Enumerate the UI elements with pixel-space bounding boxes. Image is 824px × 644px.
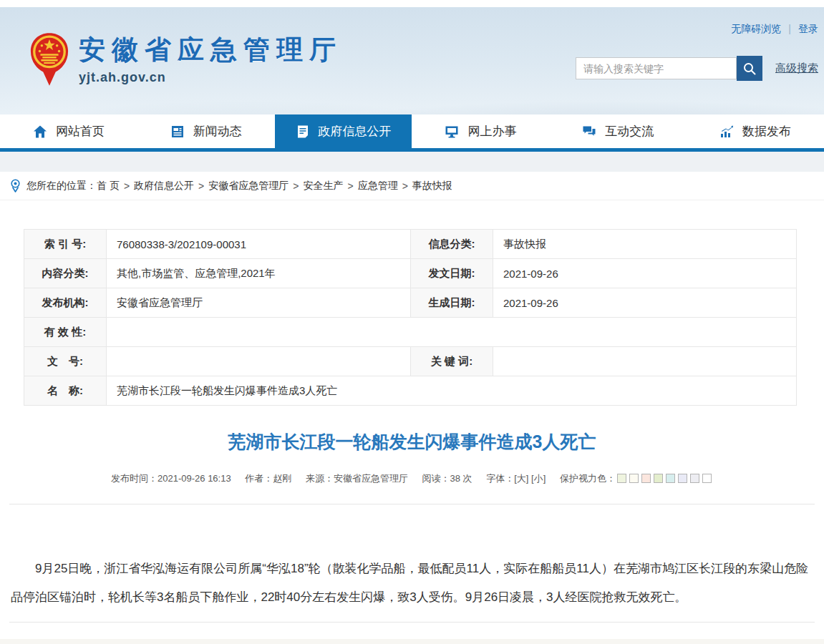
breadcrumb-item-home[interactable]: 首 页 (97, 180, 120, 192)
nav-item-online-services[interactable]: 网上办事 (412, 114, 549, 148)
breadcrumb-separator: > (402, 180, 408, 192)
advanced-search-link[interactable]: 高级搜索 (775, 62, 818, 75)
nav-item-interaction[interactable]: 互动交流 (549, 114, 687, 148)
author: 作者：赵刚 (245, 473, 291, 484)
accessibility-link[interactable]: 无障碍浏览 (731, 23, 781, 34)
eye-color-swatch[interactable] (678, 474, 687, 483)
nav-label: 互动交流 (605, 123, 654, 140)
info-label-issue-date: 发文日期: (411, 259, 493, 288)
search-input[interactable] (576, 57, 737, 79)
news-icon (170, 125, 185, 139)
eye-color-swatch[interactable] (617, 474, 626, 483)
table-row: 文 号: 关 键 词: (24, 347, 797, 376)
publish-time: 发布时间：2021-09-26 16:13 (111, 473, 231, 484)
info-value-content-category: 其他,市场监管、应急管理,2021年 (107, 259, 411, 288)
table-row: 内容分类: 其他,市场监管、应急管理,2021年 发文日期: 2021-09-2… (24, 259, 797, 288)
footer-strip (0, 639, 824, 644)
nav-item-home[interactable]: 网站首页 (0, 114, 137, 148)
breadcrumb-item-safety[interactable]: 安全生产 (303, 180, 343, 192)
site-url: yjt.ah.gov.cn (79, 70, 342, 85)
info-label-doc-number: 文 号: (24, 347, 107, 376)
info-value-doc-number (107, 347, 411, 376)
document-icon (296, 125, 310, 139)
top-links: 无障碍浏览|登录 (731, 23, 818, 36)
nav-item-data[interactable]: 数据发布 (687, 114, 824, 148)
info-label-info-category: 信息分类: (411, 230, 493, 259)
eye-color-swatch[interactable] (702, 474, 712, 483)
sub-nav-band (0, 152, 824, 172)
breadcrumb-item-accident-report[interactable]: 事故快报 (412, 180, 452, 192)
breadcrumb-separator: > (293, 180, 299, 192)
divider (9, 504, 815, 504)
site-title: 安徽省应急管理厅 (79, 35, 342, 65)
article-title: 芜湖市长江段一轮船发生闪爆事件造成3人死亡 (0, 430, 824, 454)
site-header: 无障碍浏览|登录 安徽省应急管理厅 yjt.ah.gov.cn (0, 7, 824, 114)
view-count: 阅读：38 次 (422, 473, 472, 484)
national-emblem-icon (29, 32, 70, 87)
search-button[interactable] (737, 56, 762, 81)
login-link[interactable]: 登录 (798, 23, 818, 34)
breadcrumb-separator: > (347, 180, 353, 192)
info-value-validity (107, 318, 797, 347)
info-value-index-number: 76080338-3/202109-00031 (107, 230, 411, 259)
top-white-strip (0, 0, 824, 7)
table-row: 发布机构: 安徽省应急管理厅 生成日期: 2021-09-26 (24, 288, 797, 318)
eye-protect-colors: 保护视力色： (560, 473, 713, 484)
nav-item-news[interactable]: 新闻动态 (137, 114, 275, 148)
table-row: 有 效 性: (24, 318, 797, 347)
table-row: 索 引 号: 76080338-3/202109-00031 信息分类: 事故快… (24, 230, 797, 259)
eye-color-swatch[interactable] (629, 474, 639, 483)
breadcrumb-prefix: 您所在的位置： (26, 180, 97, 192)
info-label-content-category: 内容分类: (24, 259, 107, 288)
nav-label: 网上办事 (467, 123, 516, 140)
breadcrumb-item-department[interactable]: 安徽省应急管理厅 (208, 180, 289, 192)
search-icon (742, 62, 757, 76)
breadcrumb-item-gov-info[interactable]: 政府信息公开 (134, 180, 194, 192)
font-small-button[interactable]: [小] (531, 473, 546, 484)
eye-color-swatch[interactable] (641, 474, 651, 483)
info-label-publisher: 发布机构: (24, 288, 107, 318)
font-size-controls: 字体：[大] [小] (486, 473, 546, 484)
search-box (576, 56, 762, 81)
divider (9, 622, 815, 623)
nav-label: 政府信息公开 (319, 123, 392, 140)
article-body: 9月25日晚，浙江省华泓海运有限公司所属“华泓18”轮（散装化学品船，最低配员1… (0, 555, 824, 612)
chat-icon (582, 125, 596, 139)
info-label-generate-date: 生成日期: (411, 288, 493, 318)
info-value-title: 芜湖市长江段一轮船发生闪爆事件造成3人死亡 (107, 376, 797, 406)
breadcrumb-separator: > (124, 180, 130, 192)
toplink-separator: | (788, 23, 791, 34)
font-large-button[interactable]: [大] (514, 473, 528, 484)
info-value-info-category: 事故快报 (493, 230, 797, 259)
nav-label: 数据发布 (742, 123, 791, 140)
nav-item-gov-info[interactable]: 政府信息公开 (275, 114, 412, 148)
eye-color-swatch[interactable] (654, 474, 663, 483)
info-label-title: 名 称: (24, 376, 107, 406)
breadcrumb-separator: > (198, 180, 204, 192)
breadcrumb: 您所在的位置： 首 页 > 政府信息公开 > 安徽省应急管理厅 > 安全生产 >… (0, 172, 824, 200)
breadcrumb-item-emergency[interactable]: 应急管理 (358, 180, 398, 192)
article-meta: 发布时间：2021-09-26 16:13 作者：赵刚 来源：安徽省应急管理厅 … (0, 472, 824, 485)
monitor-icon (445, 125, 459, 139)
info-value-publisher: 安徽省应急管理厅 (107, 288, 411, 318)
info-value-issue-date: 2021-09-26 (493, 259, 797, 288)
info-label-validity: 有 效 性: (24, 318, 107, 347)
info-label-index-number: 索 引 号: (24, 230, 107, 259)
info-value-generate-date: 2021-09-26 (493, 288, 797, 318)
nav-label: 网站首页 (56, 123, 105, 140)
source: 来源：安徽省应急管理厅 (306, 473, 408, 484)
info-value-keywords (493, 347, 797, 376)
eye-color-swatch[interactable] (666, 474, 675, 483)
search-area: 高级搜索 (576, 56, 818, 81)
main-nav: 网站首页 新闻动态 政府信息公开 网上办事 互动交流 数据发布 (0, 114, 824, 152)
document-info-table: 索 引 号: 76080338-3/202109-00031 信息分类: 事故快… (24, 229, 797, 406)
location-pin-icon (10, 179, 21, 192)
info-label-keywords: 关 键 词: (411, 347, 493, 376)
home-icon (33, 125, 47, 139)
chart-icon (719, 125, 734, 139)
table-row: 名 称: 芜湖市长江段一轮船发生闪爆事件造成3人死亡 (24, 376, 797, 406)
eye-color-swatch[interactable] (690, 474, 699, 483)
brand-text: 安徽省应急管理厅 yjt.ah.gov.cn (79, 32, 342, 85)
nav-label: 新闻动态 (193, 123, 242, 140)
site-logo[interactable]: 安徽省应急管理厅 yjt.ah.gov.cn (29, 32, 342, 87)
